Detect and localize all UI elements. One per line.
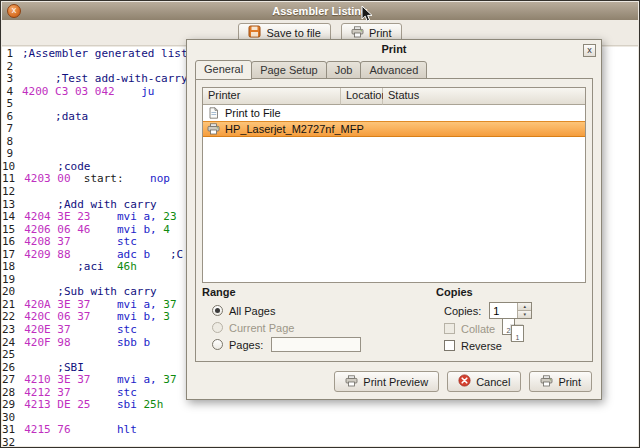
line-number: 16 <box>2 236 24 249</box>
print-preview-button[interactable]: Print Preview <box>334 371 439 392</box>
column-header-status[interactable]: Status <box>383 88 585 105</box>
line-number: 12 <box>2 186 24 199</box>
copies-row: Copies: ▴ ▾ <box>444 302 532 319</box>
range-option-pages[interactable]: Pages: <box>212 337 361 352</box>
range-option-label: All Pages <box>229 305 275 317</box>
code-segment: 25h <box>137 399 164 412</box>
general-tab-page: PrinterLocationStatusPrint to FileHP_Las… <box>195 78 593 362</box>
line-number: 27 <box>2 374 24 387</box>
collate-checkbox-row: Collate <box>444 322 495 335</box>
print-dialog: Print x GeneralPage SetupJobAdvanced Pri… <box>186 39 602 400</box>
code-segment: 4 <box>157 224 170 237</box>
line-number: 14 <box>2 211 24 224</box>
cancel-label: Cancel <box>476 376 510 388</box>
code-segment: 4203 00 <box>24 173 70 186</box>
collate-page-front: 1 <box>511 325 524 342</box>
code-segment: ju <box>115 86 155 99</box>
cancel-icon <box>458 374 471 389</box>
listing-line: 314215 76 hlt <box>2 424 638 437</box>
printer-name: HP_Laserjet_M2727nf_MFP <box>225 123 364 135</box>
close-icon: x <box>587 45 592 55</box>
code-segment: 4215 76 <box>24 424 70 437</box>
print-dialog-title: Print <box>187 43 601 55</box>
cancel-button[interactable]: Cancel <box>447 371 521 392</box>
reverse-checkbox[interactable] <box>444 340 455 351</box>
mouse-cursor <box>361 5 373 27</box>
print-preview-icon <box>345 375 358 389</box>
titlebar[interactable]: x Assembler Listing <box>2 2 638 20</box>
code-segment: 4208 37 <box>24 236 70 249</box>
column-header-location[interactable]: Location <box>341 88 383 105</box>
collate-pages-icon: 2 1 <box>502 318 532 348</box>
pages-input[interactable] <box>271 337 361 352</box>
code-segment: ;C <box>150 249 183 262</box>
tab-page-setup[interactable]: Page Setup <box>251 61 327 79</box>
copies-label: Copies: <box>444 305 481 317</box>
tab-advanced[interactable]: Advanced <box>360 61 427 79</box>
dialog-close-button[interactable]: x <box>583 44 596 57</box>
code-segment: 420F 98 <box>24 337 70 350</box>
save-icon <box>248 25 261 40</box>
print-button[interactable]: Print <box>529 371 592 392</box>
assembler-listing-window: x Assembler Listing Save to file Print 1… <box>0 0 640 448</box>
code-segment: mvi a, <box>90 374 156 387</box>
code-segment: 4204 3E 23 <box>24 211 90 224</box>
print-icon <box>351 26 364 40</box>
range-option-all-pages[interactable]: All Pages <box>212 303 275 318</box>
code-segment: 4213 DE 25 <box>24 399 90 412</box>
line-number: 7 <box>2 123 22 136</box>
tab-job[interactable]: Job <box>326 61 362 79</box>
code-segment: ;Test add-with-carry <box>22 73 188 86</box>
dialog-action-buttons: Print Preview Cancel Print <box>334 371 592 392</box>
radio-button[interactable] <box>212 339 223 350</box>
code-segment: ;Assembler generated list <box>22 48 188 61</box>
reverse-label: Reverse <box>461 340 502 352</box>
dialog-tabs: GeneralPage SetupJobAdvanced <box>195 61 426 79</box>
code-segment: 3 <box>157 311 170 324</box>
copies-spinner[interactable]: ▴ ▾ <box>489 302 532 319</box>
spinner-down-icon[interactable]: ▾ <box>518 310 531 318</box>
copies-section-title: Copies <box>436 286 473 298</box>
print-preview-label: Print Preview <box>363 376 428 388</box>
line-number: 1 <box>2 48 22 61</box>
tab-general[interactable]: General <box>195 60 252 80</box>
code-segment: 37 <box>157 374 177 387</box>
code-segment: hlt <box>71 424 137 437</box>
code-segment: 420E 37 <box>24 324 70 337</box>
printer-row[interactable]: Print to File <box>203 105 585 121</box>
printer-row[interactable]: HP_Laserjet_M2727nf_MFP <box>203 121 585 137</box>
code-segment: sbb b <box>71 337 150 350</box>
print-icon <box>540 375 553 389</box>
print-label: Print <box>558 376 581 388</box>
code-segment: 4210 3E 37 <box>24 374 90 387</box>
code-segment: 46h <box>117 261 137 274</box>
code-segment: 4200 C3 03 042 <box>22 86 115 99</box>
copies-value-input[interactable] <box>490 303 517 318</box>
printer-list-header: PrinterLocationStatus <box>203 88 585 105</box>
range-option-label: Current Page <box>229 322 294 334</box>
listing-line: 294213 DE 25 sbi 25h <box>2 399 638 412</box>
code-segment: start: <box>71 173 124 186</box>
code-segment: nop <box>124 173 170 186</box>
range-option-current-page: Current Page <box>212 320 294 335</box>
window-title: Assembler Listing <box>272 5 367 17</box>
spinner-up-icon[interactable]: ▴ <box>518 303 531 310</box>
toolbar-print-label: Print <box>369 27 392 39</box>
radio-button <box>212 322 223 333</box>
code-segment: stc <box>71 324 137 337</box>
printer-icon <box>207 123 220 135</box>
column-header-printer[interactable]: Printer <box>203 88 341 105</box>
spinner-buttons: ▴ ▾ <box>517 303 531 318</box>
range-option-label: Pages: <box>229 339 263 351</box>
line-number: 32 <box>2 437 24 446</box>
printer-name: Print to File <box>225 107 281 119</box>
window-close-button[interactable]: x <box>7 4 21 18</box>
printer-list[interactable]: PrinterLocationStatusPrint to FileHP_Las… <box>202 87 586 283</box>
line-number: 18 <box>2 261 24 274</box>
radio-button[interactable] <box>212 305 223 316</box>
close-icon: x <box>12 5 17 15</box>
line-number: 29 <box>2 399 24 412</box>
range-section-title: Range <box>202 286 236 298</box>
reverse-checkbox-row[interactable]: Reverse <box>444 339 502 352</box>
collate-checkbox <box>444 323 455 334</box>
